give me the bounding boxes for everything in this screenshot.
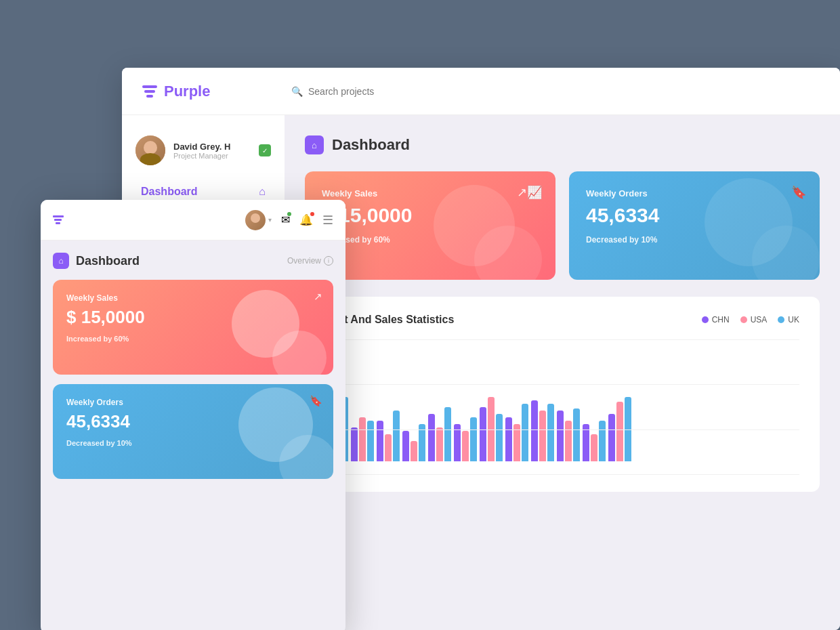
mail-badge [287,212,291,216]
bar-cyan [573,408,580,461]
bar-cyan [599,421,606,461]
bar-group [480,397,503,461]
sales-change: Increased by 60% [322,235,539,245]
bar-cyan [444,407,451,461]
bar-purple [480,407,486,461]
home-icon: ⌂ [259,186,266,198]
front-weekly-orders-card: 🔖 Weekly Orders 45,6334 Decreased by 10% [53,384,333,479]
overview-label: Overview [287,256,321,266]
logo-area: Purple [142,83,278,100]
nav-dashboard-label: Dashboard [141,186,198,198]
bar-pink [616,402,623,461]
bar-group [454,417,477,461]
front-weekly-sales-card: ↗ Weekly Sales $ 15,0000 Increased by 60… [53,280,333,375]
orders-label: Weekly Orders [586,188,803,198]
stats-cards-row: ↗📈 Weekly Sales $ 15,0000 Increased by 6… [305,171,820,280]
info-icon: i [324,256,333,266]
user-details: David Grey. H Project Manager [173,142,230,160]
user-name: David Grey. H [173,142,230,152]
weekly-orders-card: 🔖 Weekly Orders 45,6334 Decreased by 10% [569,171,820,280]
bar-pink [591,434,597,461]
bar-purple [377,421,383,461]
page-home-icon: ⌂ [305,135,324,154]
front-page-title: Dashboard [76,254,140,268]
bar-pink [462,431,469,461]
back-main: ⌂ Dashboard ↗📈 Weekly Sales $ 15,0000 In… [285,115,840,630]
bell-badge [310,212,314,216]
overview-area: Overview i [287,256,333,266]
bar-cyan [547,404,554,461]
bar-pink [539,411,546,461]
front-orders-change: Decreased by 10% [66,439,320,447]
bar-cyan [419,424,425,461]
bell-icon-badge[interactable]: 🔔 [299,213,313,226]
bar-group [557,408,580,461]
legend-dot-chn [702,316,709,323]
bar-purple [428,414,435,461]
avatar [135,135,165,165]
app-name: Purple [164,83,210,100]
logo-icon [142,85,157,98]
bar-cyan [470,417,477,461]
bar-purple [531,400,538,461]
check-icon: ✓ [262,147,268,154]
bar-cyan [496,414,503,461]
bar-purple [557,411,564,461]
orders-change: Decreased by 10% [586,235,803,245]
bar-purple [505,417,512,461]
bar-group [402,424,425,461]
bar-cyan [625,397,631,461]
avatar-area: ▾ [245,210,272,230]
bar-cyan [522,404,528,461]
check-badge: ✓ [259,144,271,156]
bar-group [583,421,606,461]
bar-purple [454,424,461,461]
chart-section: Visit And Sales Statistics CHN USA UK [305,297,820,492]
front-page-title-area: ⌂ Dashboard [53,253,140,269]
bar-group [505,404,528,461]
front-main: ⌂ Dashboard Overview i ↗ Weekly Sales $ … [41,240,345,501]
front-home-icon: ⌂ [53,253,69,269]
bar-pink [359,417,366,461]
page-header: ⌂ Dashboard [305,135,820,154]
mail-icon-badge[interactable]: ✉ [281,213,290,226]
front-page-header: ⌂ Dashboard Overview i [53,253,333,269]
front-avatar [245,210,266,230]
bar-chart [325,339,799,461]
chart-header: Visit And Sales Statistics CHN USA UK [325,314,799,326]
bar-pink [436,427,443,461]
search-input[interactable] [308,86,495,97]
search-bar[interactable]: 🔍 [291,86,495,97]
front-topbar-icons: ▾ ✉ 🔔 ☰ [245,210,333,230]
user-info: David Grey. H Project Manager ✓ [135,129,271,179]
bar-cyan [393,411,400,461]
bar-group [428,407,451,461]
sales-label: Weekly Sales [322,188,539,198]
bar-purple [402,431,409,461]
bar-pink [488,397,495,461]
menu-icon[interactable]: ☰ [322,213,333,228]
bar-purple [583,424,589,461]
legend-chn: CHN [702,315,730,324]
front-logo-icon [53,215,64,224]
legend-dot-uk [778,316,784,323]
legend-chn-label: CHN [712,315,730,324]
chevron-down-icon: ▾ [268,216,272,224]
back-topbar: Purple 🔍 [122,68,840,115]
front-logo [53,215,64,224]
search-icon: 🔍 [291,86,303,97]
bar-group [377,411,400,461]
bar-purple [608,414,615,461]
legend-usa-label: USA [751,315,768,324]
bar-pink [411,441,417,461]
legend-uk-label: UK [788,315,799,324]
legend-uk: UK [778,315,799,324]
legend-usa: USA [740,315,768,324]
page-title: Dashboard [332,136,410,154]
bar-group [531,400,554,461]
bar-group [608,397,631,461]
front-window: ▾ ✉ 🔔 ☰ ⌂ Dashboard Overview i [41,200,345,630]
legend-dot-usa [740,316,747,323]
bar-purple [351,427,358,461]
bar-pink [385,434,392,461]
